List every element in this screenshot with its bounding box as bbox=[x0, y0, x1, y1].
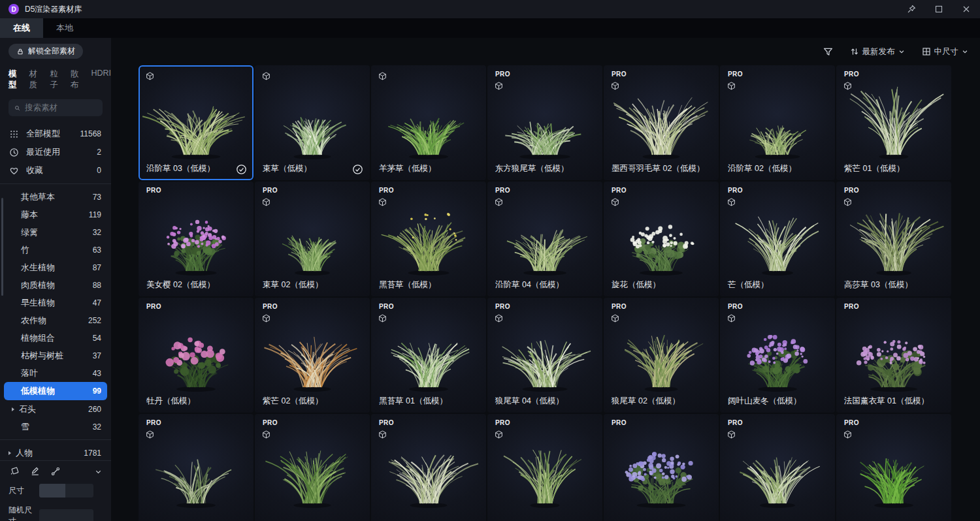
thumbnail-size-dropdown[interactable]: 中尺寸 bbox=[922, 46, 969, 57]
sidebar-item-label: 全部模型 bbox=[26, 128, 60, 140]
asset-card[interactable]: PRO 芒（低模） bbox=[720, 182, 835, 296]
sidebar-category-item[interactable]: 人物 1781 bbox=[0, 444, 111, 462]
sidebar-item-count: 99 bbox=[93, 387, 101, 396]
pin-button[interactable] bbox=[898, 0, 925, 18]
sidebar-category-item[interactable]: 藤本 119 bbox=[0, 206, 111, 223]
asset-card[interactable]: PRO 黑苔草（低模） bbox=[371, 182, 486, 296]
pen-icon bbox=[30, 466, 41, 477]
pro-badge: PRO bbox=[728, 187, 743, 194]
sidebar-category-item[interactable]: 旱生植物 47 bbox=[0, 294, 111, 311]
size-value-slider[interactable] bbox=[39, 484, 65, 497]
category-tab-particles[interactable]: 粒子 bbox=[50, 69, 65, 91]
asset-card[interactable]: PRO 阔叶山麦冬（低模） bbox=[720, 298, 835, 413]
model-cube-icon bbox=[495, 198, 503, 206]
asset-card[interactable]: PRO 旋花（低模） bbox=[604, 182, 719, 296]
sidebar-item-recent[interactable]: 最近使用 2 bbox=[0, 143, 111, 161]
sidebar-category-item[interactable]: 枯树与树桩 37 bbox=[0, 347, 111, 364]
model-cube-icon bbox=[146, 72, 154, 80]
model-cube-icon bbox=[611, 198, 619, 206]
asset-name-label: 旋花（低模） bbox=[612, 279, 661, 291]
asset-card[interactable]: 束草（低模） bbox=[255, 65, 370, 180]
asset-card[interactable]: PRO bbox=[255, 414, 370, 521]
sidebar-category-item[interactable]: 绿篱 32 bbox=[0, 223, 111, 241]
asset-name-label: 束草（低模） bbox=[263, 163, 312, 174]
tab-online[interactable]: 在线 bbox=[0, 18, 43, 38]
link-nodes-icon bbox=[50, 466, 61, 477]
model-cube-icon bbox=[495, 314, 503, 323]
sidebar-category-item[interactable]: 竹 63 bbox=[0, 241, 111, 259]
sidebar-category-item[interactable]: 植物组合 54 bbox=[0, 329, 111, 347]
asset-card[interactable]: PRO bbox=[836, 414, 951, 521]
pro-badge: PRO bbox=[844, 71, 859, 78]
sidebar-item-all-models[interactable]: 全部模型 11568 bbox=[0, 125, 111, 143]
category-tab-models[interactable]: 模型 bbox=[8, 69, 24, 91]
asset-card[interactable]: PRO 狼尾草 02（低模） bbox=[604, 298, 719, 413]
sort-dropdown[interactable]: 最新发布 bbox=[850, 46, 905, 57]
sidebar-item-favorites[interactable]: 收藏 0 bbox=[0, 161, 111, 180]
expand-arrow-icon[interactable] bbox=[12, 407, 14, 411]
sort-label: 最新发布 bbox=[862, 46, 895, 57]
lock-icon bbox=[16, 48, 24, 55]
asset-card[interactable]: PRO 美女樱 02（低模） bbox=[139, 182, 253, 296]
asset-card[interactable]: PRO bbox=[371, 414, 486, 521]
sidebar-category-item[interactable]: 肉质植物 88 bbox=[0, 276, 111, 294]
asset-card[interactable]: PRO bbox=[487, 414, 602, 521]
maximize-button[interactable] bbox=[925, 0, 953, 18]
material-brush-tool-button[interactable] bbox=[10, 466, 20, 477]
category-tab-scatter[interactable]: 散布 bbox=[71, 69, 86, 91]
tab-local[interactable]: 本地 bbox=[43, 18, 86, 38]
sidebar-category-item[interactable]: 水生植物 87 bbox=[0, 259, 111, 276]
asset-card[interactable]: PRO bbox=[604, 414, 719, 521]
asset-card[interactable]: PRO 牡丹（低模） bbox=[139, 298, 253, 413]
asset-card[interactable]: PRO 沿阶草 02（低模） bbox=[720, 65, 835, 180]
asset-card[interactable]: PRO 沿阶草 04（低模） bbox=[487, 182, 602, 296]
edit-pen-tool-button[interactable] bbox=[30, 466, 41, 477]
search-input[interactable] bbox=[25, 103, 97, 112]
category-tab-hdri[interactable]: HDRI bbox=[91, 69, 111, 91]
random-size-input[interactable] bbox=[39, 509, 93, 521]
asset-card[interactable]: PRO 紫芒 02（低模） bbox=[255, 298, 370, 413]
model-cube-icon bbox=[262, 314, 270, 323]
asset-card[interactable]: PRO 法国薰衣草 01（低模） bbox=[836, 298, 951, 413]
sidebar-item-count: 37 bbox=[93, 351, 101, 360]
sidebar-scrollbar[interactable] bbox=[1, 198, 3, 296]
asset-card[interactable]: PRO 束草 02（低模） bbox=[255, 182, 370, 296]
asset-category-tabs: 模型 材质 粒子 散布 HDRI bbox=[0, 59, 111, 91]
model-cube-icon bbox=[843, 430, 852, 439]
link-nodes-tool-button[interactable] bbox=[50, 466, 61, 477]
sidebar-category-item[interactable]: 雪 32 bbox=[0, 418, 111, 435]
asset-card[interactable]: PRO 黑苔草 01（低模） bbox=[371, 298, 486, 413]
size-value-input[interactable] bbox=[65, 484, 93, 497]
asset-thumbnail bbox=[139, 414, 253, 521]
close-icon bbox=[962, 5, 971, 14]
category-tab-materials[interactable]: 材质 bbox=[29, 69, 44, 91]
expand-arrow-icon[interactable] bbox=[8, 451, 11, 455]
asset-card[interactable]: PRO bbox=[720, 414, 835, 521]
sidebar-category-item[interactable]: 农作物 252 bbox=[0, 311, 111, 329]
sidebar-item-label: 其他草本 bbox=[21, 191, 55, 203]
unlock-all-assets-button[interactable]: 解锁全部素材 bbox=[8, 44, 83, 59]
asset-card[interactable]: PRO 高莎草 03（低模） bbox=[836, 182, 951, 296]
sidebar-category-item[interactable]: 石头 260 bbox=[0, 400, 111, 418]
filter-button[interactable] bbox=[823, 47, 833, 57]
asset-card[interactable]: PRO 狼尾草 04（低模） bbox=[487, 298, 602, 413]
search-box[interactable] bbox=[8, 99, 103, 116]
sidebar-category-item[interactable]: 落叶 43 bbox=[0, 364, 111, 382]
asset-card[interactable]: 沿阶草 03（低模） bbox=[139, 65, 253, 180]
model-cube-icon bbox=[843, 198, 852, 206]
close-button[interactable] bbox=[953, 0, 980, 18]
collapse-panel-button[interactable] bbox=[95, 468, 102, 475]
pro-badge: PRO bbox=[146, 187, 161, 194]
sidebar-item-count: 260 bbox=[88, 405, 101, 414]
model-cube-icon bbox=[611, 82, 619, 90]
asset-card[interactable]: PRO 墨西哥羽毛草 02（低模） bbox=[604, 65, 719, 180]
sidebar-item-count: 43 bbox=[93, 369, 101, 378]
asset-name-label: 黑苔草 01（低模） bbox=[379, 396, 448, 407]
asset-card[interactable]: 羊茅草（低模） bbox=[371, 65, 486, 180]
sidebar-category-item[interactable]: 其他草本 73 bbox=[0, 188, 111, 206]
sidebar-category-item[interactable]: 低模植物 99 bbox=[4, 382, 107, 400]
asset-card[interactable]: PRO 紫芒 01（低模） bbox=[836, 65, 951, 180]
asset-card[interactable]: PRO bbox=[139, 414, 253, 521]
asset-name-label: 法国薰衣草 01（低模） bbox=[844, 396, 929, 407]
asset-card[interactable]: PRO 东方狼尾草（低模） bbox=[487, 65, 602, 180]
